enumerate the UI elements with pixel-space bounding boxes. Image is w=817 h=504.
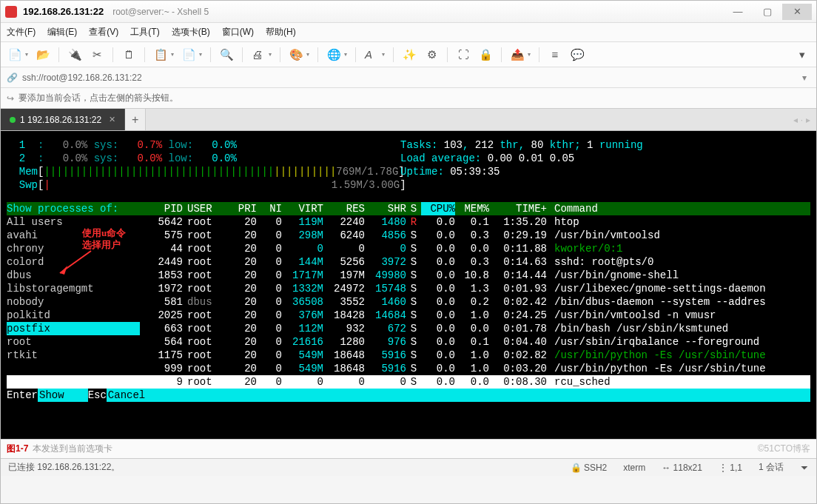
htop-process-row[interactable]: chrony44root200000S0.00.00:11.88kworker/… <box>7 242 810 255</box>
lock-button[interactable]: 🔒 <box>476 45 495 64</box>
toolbar-sep <box>242 47 243 62</box>
htop-process-row[interactable]: postfix663root200112M932672S0.00.00:01.7… <box>7 322 810 335</box>
properties-button[interactable]: 🗒 <box>119 45 138 64</box>
status-bar: 已连接 192.168.26.131:22。 🔒 SSH2 xterm ↔ 11… <box>1 458 816 476</box>
htop-process-row[interactable]: rtkit1175root200549M186485916S0.01.00:02… <box>7 349 810 362</box>
toolbar-sep <box>280 47 280 62</box>
menu-tools[interactable]: 工具(T) <box>130 26 159 38</box>
htop-process-row[interactable]: colord2449root200144M52563972S0.00.30:14… <box>7 255 810 269</box>
toolbar-sep <box>317 47 318 62</box>
toolbar-sep <box>112 47 113 62</box>
send-bar-text: 本发送到当前选项卡 <box>33 443 112 455</box>
watermark-text: ©51CTO博客 <box>758 443 810 455</box>
toolbar-sep <box>447 47 448 62</box>
status-size: ↔ 118x21 <box>662 463 702 473</box>
fullscreen-button[interactable]: ⛶ <box>454 45 473 64</box>
copy-button[interactable]: 📋 <box>151 45 176 64</box>
menu-bar: 文件(F) 编辑(E) 查看(V) 工具(T) 选项卡(B) 窗口(W) 帮助(… <box>1 23 816 42</box>
htop-process-row[interactable]: root564root200216161280976S0.00.10:04.40… <box>7 335 810 349</box>
address-bar: 🔗 ssh://root@192.168.26.131:22 ▾ <box>1 67 816 88</box>
arrow-icon[interactable]: ↪ <box>7 93 14 104</box>
hint-text: 要添加当前会话，点击左侧的箭头按钮。 <box>19 92 178 104</box>
htop-process-row[interactable]: All users5642root200119M22401480R0.00.11… <box>7 215 810 229</box>
htop-process-row[interactable]: nobody581dbus2003650835521460S0.00.20:02… <box>7 295 810 309</box>
menu-edit[interactable]: 编辑(E) <box>47 26 77 38</box>
address-url[interactable]: ssh://root@192.168.26.131:22 <box>22 73 142 83</box>
chat-button[interactable]: 💬 <box>568 45 587 64</box>
status-pos: ⋮ 1,1 <box>719 463 742 473</box>
open-button[interactable]: 📂 <box>33 45 53 64</box>
status-overflow-icon[interactable]: ⏷ <box>800 463 809 473</box>
htop-selected-row[interactable]: 9 root 20 0 0 0 0 S 0.0 0.0 0:08.30 rcu_… <box>7 375 810 389</box>
toolbar-sep <box>210 47 211 62</box>
htop-header-row: Show processes of: PID USER PRI NI VIRT … <box>7 202 810 215</box>
toolbar-sep <box>58 47 59 62</box>
status-dot-icon <box>10 117 16 123</box>
htop-tasks-line: Tasks: 103, 212 thr, 80 kthr; 1 running <box>400 138 643 152</box>
annotation-text: 使用u命令选择用户 <box>82 227 126 251</box>
highlight-button[interactable]: ✨ <box>400 45 419 64</box>
htop-process-row[interactable]: libstoragemgmt1972root2001332M2497215748… <box>7 282 810 295</box>
menu-window[interactable]: 窗口(W) <box>222 26 254 38</box>
address-dropdown-icon[interactable]: ▾ <box>798 73 810 83</box>
menu-help[interactable]: 帮助(H) <box>266 26 296 38</box>
disconnect-button[interactable]: ✂ <box>87 45 107 64</box>
menu-view[interactable]: 查看(V) <box>89 26 118 38</box>
status-sessions: 1 会话 <box>759 461 784 474</box>
toolbar-overflow-button[interactable]: ▾ <box>793 45 812 64</box>
print-button[interactable]: 🖨 <box>249 45 274 64</box>
tab-label: 1 192.168.26.131:22 <box>20 115 101 125</box>
htop-footer: EnterShow EscCancel <box>7 389 810 402</box>
tab-strip: 1 192.168.26.131:22 ✕ + ◂ · ▸ <box>1 109 816 131</box>
maximize-button[interactable]: ▢ <box>753 4 782 20</box>
toolbar-sep <box>501 47 502 62</box>
status-term: xterm <box>623 463 645 473</box>
find-button[interactable]: 🔍 <box>217 45 236 64</box>
settings-button[interactable]: ⚙ <box>422 45 441 64</box>
script-button[interactable]: ≡ <box>545 45 565 64</box>
new-session-button[interactable]: 📄 <box>5 45 30 64</box>
hint-bar: ↪ 要添加当前会话，点击左侧的箭头按钮。 <box>1 88 816 109</box>
htop-process-row[interactable]: 999root200549M186485916S0.01.00:03.20/us… <box>7 362 810 375</box>
encoding-button[interactable]: 🌐 <box>324 45 349 64</box>
htop-process-row[interactable]: polkitd2025root200376M1842814684S0.01.00… <box>7 309 810 322</box>
window-titlebar: 192.168.26.131:22 root@server:~ - Xshell… <box>1 1 816 23</box>
htop-process-row[interactable]: avahi575root200298M62404856S0.00.30:29.1… <box>7 229 810 242</box>
figure-label: 图1-7 <box>7 443 28 455</box>
toolbar-sep <box>144 47 145 62</box>
new-tab-button[interactable]: + <box>125 109 146 130</box>
reconnect-button[interactable]: 🔌 <box>65 45 84 64</box>
send-bar[interactable]: 图1-7 本发送到当前选项卡 ©51CTO博客 <box>1 439 816 458</box>
htop-swp-line: Swp[|1.59M/3.00G] <box>7 178 810 192</box>
transfer-button[interactable]: 📤 <box>508 45 533 64</box>
status-ssh: 🔒 SSH2 <box>571 463 608 473</box>
minimize-button[interactable]: — <box>723 4 753 20</box>
toolbar-sep <box>355 47 356 62</box>
color-button[interactable]: 🎨 <box>286 45 312 64</box>
lock-icon: 🔗 <box>7 73 18 83</box>
terminal-output[interactable]: 1 : 0.0% sys: 0.7% low: 0.0% 2 : 0.0% sy… <box>1 131 816 439</box>
paste-button[interactable]: 📄 <box>179 45 204 64</box>
tab-nav-arrows[interactable]: ◂ · ▸ <box>787 109 816 130</box>
toolbar-sep <box>539 47 539 62</box>
htop-process-row[interactable]: dbus1853root2001717M197M49980S0.010.80:1… <box>7 269 810 282</box>
close-button[interactable]: ✕ <box>782 4 812 20</box>
status-connection: 已连接 192.168.26.131:22。 <box>8 461 120 474</box>
htop-load-line: Load average: 0.00 0.01 0.05 <box>400 152 574 165</box>
menu-file[interactable]: 文件(F) <box>7 26 36 38</box>
toolbar-sep <box>393 47 394 62</box>
title-subtitle: root@server:~ - Xshell 5 <box>112 7 209 17</box>
tab-close-icon[interactable]: ✕ <box>109 115 115 124</box>
title-ip: 192.168.26.131:22 <box>23 6 104 17</box>
font-button[interactable]: A <box>362 45 387 64</box>
toolbar: 📄 📂 🔌 ✂ 🗒 📋 📄 🔍 🖨 🎨 🌐 A ✨ ⚙ ⛶ 🔒 📤 ≡ 💬 ▾ <box>1 42 816 67</box>
app-logo-icon <box>5 6 17 18</box>
session-tab[interactable]: 1 192.168.26.131:22 ✕ <box>1 109 125 130</box>
menu-tabs[interactable]: 选项卡(B) <box>172 26 210 38</box>
htop-uptime-line: Uptime: 05:39:35 <box>400 165 500 178</box>
